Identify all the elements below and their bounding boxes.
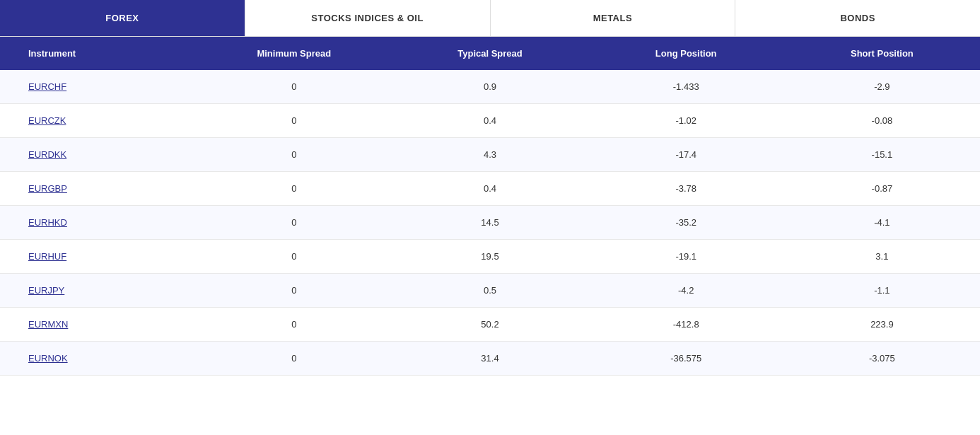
cell-long-pos: -4.2	[588, 285, 784, 296]
table-row: EURGBP 0 0.4 -3.78 -0.87	[0, 172, 980, 206]
cell-min-spread: 0	[196, 251, 392, 262]
cell-instrument: EURJPY	[0, 285, 196, 296]
cell-typ-spread: 19.5	[392, 251, 588, 262]
instrument-link[interactable]: EURCHF	[28, 81, 66, 92]
cell-min-spread: 0	[196, 217, 392, 228]
instrument-link[interactable]: EURMXN	[28, 319, 68, 330]
cell-typ-spread: 0.9	[392, 81, 588, 92]
cell-short-pos: -2.9	[784, 81, 980, 92]
cell-long-pos: -1.02	[588, 115, 784, 126]
table-body: EURCHF 0 0.9 -1.433 -2.9 EURCZK 0 0.4 -1…	[0, 70, 980, 376]
cell-typ-spread: 50.2	[392, 319, 588, 330]
instrument-link[interactable]: EURHKD	[28, 217, 67, 228]
tab-bar: FOREX STOCKS INDICES & OIL METALS BONDS	[0, 0, 980, 37]
cell-long-pos: -35.2	[588, 217, 784, 228]
table-row: EURJPY 0 0.5 -4.2 -1.1	[0, 274, 980, 308]
cell-short-pos: -0.87	[784, 183, 980, 194]
cell-short-pos: 3.1	[784, 251, 980, 262]
cell-min-spread: 0	[196, 149, 392, 160]
table-row: EURCHF 0 0.9 -1.433 -2.9	[0, 70, 980, 104]
cell-instrument: EURMXN	[0, 319, 196, 330]
instrument-link[interactable]: EURHUF	[28, 251, 66, 262]
cell-instrument: EURCZK	[0, 115, 196, 126]
cell-min-spread: 0	[196, 319, 392, 330]
cell-min-spread: 0	[196, 353, 392, 364]
cell-long-pos: -19.1	[588, 251, 784, 262]
table-row: EURHUF 0 19.5 -19.1 3.1	[0, 240, 980, 274]
table-row: EURDKK 0 4.3 -17.4 -15.1	[0, 138, 980, 172]
cell-long-pos: -412.8	[588, 319, 784, 330]
cell-short-pos: 223.9	[784, 319, 980, 330]
cell-short-pos: -3.075	[784, 353, 980, 364]
cell-long-pos: -3.78	[588, 183, 784, 194]
instrument-link[interactable]: EURNOK	[28, 353, 68, 364]
cell-typ-spread: 31.4	[392, 353, 588, 364]
cell-min-spread: 0	[196, 285, 392, 296]
tab-metals[interactable]: METALS	[491, 0, 736, 36]
cell-min-spread: 0	[196, 183, 392, 194]
cell-instrument: EURCHF	[0, 81, 196, 92]
cell-short-pos: -1.1	[784, 285, 980, 296]
col-short-pos: Short Position	[784, 48, 980, 59]
cell-min-spread: 0	[196, 81, 392, 92]
cell-min-spread: 0	[196, 115, 392, 126]
cell-short-pos: -0.08	[784, 115, 980, 126]
table-row: EURHKD 0 14.5 -35.2 -4.1	[0, 206, 980, 240]
cell-typ-spread: 14.5	[392, 217, 588, 228]
col-instrument: Instrument	[0, 48, 196, 59]
cell-short-pos: -4.1	[784, 217, 980, 228]
cell-instrument: EURHKD	[0, 217, 196, 228]
cell-typ-spread: 0.4	[392, 183, 588, 194]
cell-instrument: EURDKK	[0, 149, 196, 160]
tab-forex[interactable]: FOREX	[0, 0, 245, 36]
cell-typ-spread: 0.5	[392, 285, 588, 296]
instrument-link[interactable]: EURCZK	[28, 115, 66, 126]
col-typ-spread: Typical Spread	[392, 48, 588, 59]
tab-stocks[interactable]: STOCKS INDICES & OIL	[245, 0, 491, 36]
table-row: EURNOK 0 31.4 -36.575 -3.075	[0, 342, 980, 376]
cell-instrument: EURNOK	[0, 353, 196, 364]
table-row: EURCZK 0 0.4 -1.02 -0.08	[0, 104, 980, 138]
col-min-spread: Minimum Spread	[196, 48, 392, 59]
col-long-pos: Long Position	[588, 48, 784, 59]
instrument-link[interactable]: EURGBP	[28, 183, 67, 194]
cell-short-pos: -15.1	[784, 149, 980, 160]
instrument-link[interactable]: EURDKK	[28, 149, 66, 160]
cell-long-pos: -17.4	[588, 149, 784, 160]
table-row: EURMXN 0 50.2 -412.8 223.9	[0, 308, 980, 342]
instrument-link[interactable]: EURJPY	[28, 285, 64, 296]
cell-long-pos: -1.433	[588, 81, 784, 92]
cell-long-pos: -36.575	[588, 353, 784, 364]
tab-bonds[interactable]: BONDS	[735, 0, 980, 36]
cell-instrument: EURHUF	[0, 251, 196, 262]
cell-instrument: EURGBP	[0, 183, 196, 194]
table-header: Instrument Minimum Spread Typical Spread…	[0, 37, 980, 70]
cell-typ-spread: 0.4	[392, 115, 588, 126]
cell-typ-spread: 4.3	[392, 149, 588, 160]
